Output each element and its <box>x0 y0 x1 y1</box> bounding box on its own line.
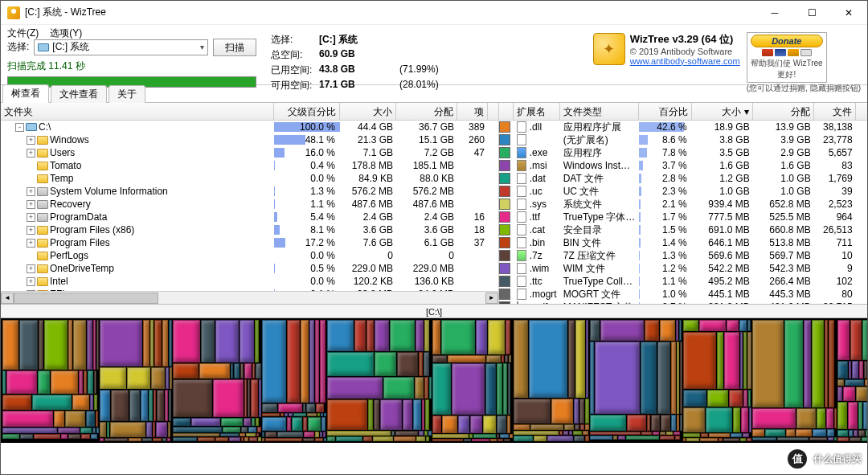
right-table-body[interactable]: .dll应用程序扩展42.6 %18.9 GB13.9 GB38,138(无扩展… <box>499 121 867 304</box>
drive-select[interactable]: [C:] 系统 <box>34 39 208 55</box>
tree-expander[interactable]: + <box>27 264 35 273</box>
ext-color-icon <box>499 186 510 197</box>
col-items[interactable]: 项 <box>457 103 488 120</box>
col-alloc[interactable]: 分配 <box>396 103 457 120</box>
tree-expander[interactable]: + <box>27 200 35 209</box>
table-row[interactable]: +OneDriveTemp0.5 %229.0 MB229.0 MB <box>1 262 498 275</box>
ext-color-icon <box>499 160 510 171</box>
col-pct[interactable]: 百分比 <box>639 103 692 120</box>
table-row[interactable]: +Intel0.0 %120.2 KB136.0 KB <box>1 275 498 288</box>
table-row[interactable]: .ttfTrueType 字体文件1.7 %777.5 MB525.5 MB96… <box>499 211 867 223</box>
space-stats: 选择:[C:] 系统 总空间:60.9 GB 已用空间:43.8 GB(71.9… <box>271 33 464 92</box>
table-row[interactable]: Tomato0.4 %178.8 MB185.1 MB <box>1 159 498 172</box>
table-row[interactable]: .manifesMANIFEST 文件0.7 %331.2 MB401.0 MB… <box>499 301 867 304</box>
tree-expander[interactable]: + <box>27 187 35 196</box>
table-row[interactable]: .ucUC 文件2.3 %1.0 GB1.0 GB39 <box>499 185 867 198</box>
table-row[interactable]: .ttcTrueType Collection1.1 %495.2 MB266.… <box>499 275 867 288</box>
table-row[interactable]: +System Volume Information1.3 %576.2 MB5… <box>1 185 498 198</box>
drive-select-text: [C:] 系统 <box>52 40 89 54</box>
filetype-icon <box>517 173 526 184</box>
table-row[interactable]: .datDAT 文件2.8 %1.2 GB1.0 GB1,769 <box>499 172 867 185</box>
ext-color-icon <box>499 121 510 133</box>
tree-expander[interactable]: + <box>27 136 35 145</box>
table-row[interactable]: (无扩展名)8.6 %3.8 GB3.9 GB23,778 <box>499 133 867 146</box>
left-table-body[interactable]: -C:\100.0 %44.4 GB36.7 GB389+Windows48.1… <box>1 121 498 291</box>
table-row[interactable]: +Windows48.1 %21.3 GB15.1 GB260 <box>1 133 498 146</box>
close-button[interactable]: ✕ <box>830 1 867 25</box>
tree-expander[interactable]: + <box>27 277 35 286</box>
filetype-icon <box>517 237 526 248</box>
wiztree-logo-icon <box>593 33 625 65</box>
brand-copyright: © 2019 Antibody Software <box>630 47 740 56</box>
drive-icon <box>26 123 37 131</box>
ext-label: .ttf <box>530 211 540 223</box>
ext-label: .wim <box>530 263 550 274</box>
filetype-icon <box>517 134 526 145</box>
hidden-folder-icon <box>37 200 48 209</box>
table-row[interactable]: .binBIN 文件1.4 %646.1 MB513.8 MB711 <box>499 236 867 249</box>
table-row[interactable]: .7z7Z 压缩文件1.3 %569.6 MB569.7 MB10 <box>499 249 867 262</box>
scroll-left-icon[interactable]: ◄ <box>1 293 14 304</box>
ext-color-icon <box>499 237 510 248</box>
table-row[interactable]: +Program Files17.2 %7.6 GB6.1 GB37 <box>1 236 498 249</box>
tree-expander[interactable]: + <box>27 239 35 248</box>
filetype-icon <box>517 186 526 197</box>
tab-fileview[interactable]: 文件查看 <box>51 85 107 103</box>
tab-about[interactable]: 关于 <box>108 85 145 103</box>
donate-button[interactable]: Donate <box>751 35 823 47</box>
folder-name: System Volume Information <box>50 186 168 197</box>
ext-color-icon <box>499 263 510 274</box>
scan-button[interactable]: 扫描 <box>213 39 256 56</box>
select-label: 选择: <box>7 40 29 54</box>
folder-name: Program Files <box>50 237 110 248</box>
folder-icon <box>37 149 48 158</box>
treemap[interactable] <box>1 318 867 443</box>
table-row[interactable]: .mogrtMOGRT 文件1.0 %445.1 MB445.3 MB80 <box>499 288 867 301</box>
col-parent-pct[interactable]: 父级百分比 <box>274 103 340 120</box>
table-row[interactable]: .sys系统文件2.1 %939.4 MB652.8 MB2,523 <box>499 198 867 211</box>
folder-icon <box>37 277 48 286</box>
table-row[interactable]: .msiWindows Installer 程3.7 %1.6 GB1.6 GB… <box>499 159 867 172</box>
table-row[interactable]: .exe应用程序7.8 %3.5 GB2.9 GB5,657 <box>499 146 867 159</box>
col-files[interactable]: 文件 <box>814 103 856 120</box>
drive-icon <box>38 43 49 51</box>
table-row[interactable]: +Recovery1.1 %487.6 MB487.6 MB <box>1 198 498 211</box>
maximize-button[interactable]: ☐ <box>793 1 830 25</box>
table-row[interactable]: -C:\100.0 %44.4 GB36.7 GB389 <box>1 121 498 133</box>
col-size[interactable]: 大小 <box>340 103 396 120</box>
col-color[interactable] <box>499 103 514 120</box>
minimize-button[interactable]: ─ <box>756 1 793 25</box>
table-row[interactable]: +Users16.0 %7.1 GB7.2 GB47 <box>1 146 498 159</box>
ext-label: .mogrt <box>530 289 557 300</box>
ext-color-icon <box>499 224 510 235</box>
table-row[interactable]: .cat安全目录1.5 %691.0 MB660.8 MB26,513 <box>499 223 867 236</box>
donate-hint: 帮助我们使 WizTree 更好! <box>751 58 823 80</box>
tree-expander[interactable]: + <box>27 149 35 158</box>
h-scrollbar[interactable]: ◄ ► <box>1 291 498 304</box>
table-row[interactable]: .dll应用程序扩展42.6 %18.9 GB13.9 GB38,138 <box>499 121 867 133</box>
tab-treeview[interactable]: 树查看 <box>2 84 49 103</box>
col-filetype[interactable]: 文件类型 <box>560 103 639 120</box>
col-folder[interactable]: 文件夹 <box>1 103 274 120</box>
ext-color-icon <box>499 147 510 158</box>
table-row[interactable]: .wimWIM 文件1.2 %542.2 MB542.3 MB9 <box>499 262 867 275</box>
scroll-thumb[interactable] <box>14 293 158 304</box>
tree-expander[interactable]: + <box>27 226 35 235</box>
col-size2[interactable]: 大小 ▾ <box>692 103 753 120</box>
folder-icon <box>37 162 48 170</box>
table-row[interactable]: +Program Files (x86)8.1 %3.6 GB3.6 GB18 <box>1 223 498 236</box>
ext-label: .dll <box>530 121 542 133</box>
tree-expander[interactable]: - <box>15 123 24 132</box>
col-ext[interactable]: 扩展名 <box>514 103 560 120</box>
watermark-icon: 值 <box>786 448 809 470</box>
tree-expander[interactable]: + <box>27 213 35 222</box>
table-row[interactable]: +ProgramData5.4 %2.4 GB2.4 GB16 <box>1 211 498 223</box>
col-alloc2[interactable]: 分配 <box>753 103 814 120</box>
scroll-right-icon[interactable]: ► <box>485 293 498 304</box>
table-row[interactable]: Temp0.0 %84.9 KB88.0 KB <box>1 172 498 185</box>
watermark-text: 什么值得买 <box>813 452 862 466</box>
table-row[interactable]: PerfLogs0.0 %00 <box>1 249 498 262</box>
folder-name: Temp <box>50 173 73 184</box>
filetype-icon <box>517 160 526 171</box>
brand-url[interactable]: www.antibody-software.com <box>630 56 740 66</box>
